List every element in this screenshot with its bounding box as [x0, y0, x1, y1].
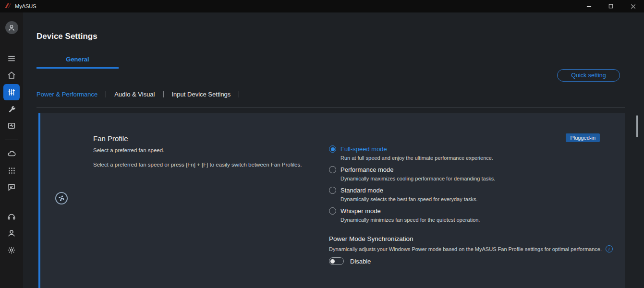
page-title: Device Settings [36, 32, 97, 41]
subtab-separator [239, 91, 239, 97]
support-headset-icon[interactable] [3, 208, 20, 225]
plugged-in-status-badge: Plugged-in [566, 133, 600, 142]
messages-icon[interactable] [3, 179, 20, 195]
fan-profile-hint: Select a preferred fan speed or press [F… [93, 162, 355, 168]
app-title: MyASUS [15, 3, 36, 9]
radio-full-speed[interactable] [329, 145, 336, 153]
user-avatar[interactable] [5, 21, 18, 34]
sidebar-item-device-settings[interactable] [3, 84, 20, 100]
subtabs: Power & Performance Audio & Visual Input… [36, 91, 247, 98]
minimize-icon[interactable] [578, 0, 600, 12]
radio-performance[interactable] [329, 166, 336, 173]
vertical-scrollbar-thumb[interactable] [636, 115, 638, 137]
toggle-knob [330, 259, 335, 264]
subtab-power-performance[interactable]: Power & Performance [36, 91, 97, 98]
tools-wrench-icon[interactable] [3, 101, 20, 117]
quick-setting-button[interactable]: Quick setting [557, 69, 620, 82]
power-mode-sync-toggle[interactable] [329, 257, 344, 265]
power-mode-synchronization-section: Power Mode Synchronization Dynamically a… [329, 235, 613, 265]
power-mode-sync-description: Dynamically adjusts your Windows Power m… [329, 246, 602, 252]
fan-mode-whisper[interactable]: Whisper mode [329, 206, 495, 216]
titlebar: MyASUS [0, 0, 644, 12]
option-label: Performance mode [340, 166, 394, 173]
subtab-input-device-settings[interactable]: Input Device Settings [172, 91, 231, 98]
radio-whisper[interactable] [329, 207, 336, 215]
option-description: Dynamically minimizes fan speed for the … [340, 216, 495, 224]
settings-gear-icon[interactable] [3, 242, 20, 258]
fan-profile-title: Fan Profile [93, 134, 128, 143]
option-label: Standard mode [340, 187, 383, 194]
section-divider [36, 107, 625, 108]
tab-general[interactable]: General [36, 56, 119, 69]
main-content: Device Settings General Quick setting Po… [23, 12, 644, 288]
subtab-separator [106, 91, 106, 97]
option-description: Dynamically maximizes cooling performanc… [340, 175, 495, 183]
toggle-state-label: Disable [350, 258, 371, 265]
fan-mode-options: Full-speed mode Run at full speed and en… [329, 144, 495, 227]
close-icon[interactable] [622, 0, 644, 12]
option-label: Full-speed mode [340, 145, 387, 153]
subtab-separator [163, 91, 164, 97]
fan-mode-option: Standard mode Dynamically selects the be… [329, 185, 495, 204]
window-controls [578, 0, 644, 12]
sidebar [0, 12, 23, 288]
cloud-icon[interactable] [3, 145, 20, 162]
hamburger-menu-icon[interactable] [3, 50, 20, 67]
home-icon[interactable] [3, 67, 20, 84]
system-diagnosis-icon[interactable] [3, 118, 20, 134]
fan-mode-option: Performance mode Dynamically maximizes c… [329, 165, 495, 183]
fan-icon [55, 192, 68, 204]
maximize-icon[interactable] [600, 0, 622, 12]
subtab-audio-visual[interactable]: Audio & Visual [114, 91, 155, 98]
fan-mode-performance[interactable]: Performance mode [329, 165, 495, 175]
account-user-icon[interactable] [3, 225, 20, 241]
fan-mode-option: Whisper mode Dynamically minimizes fan s… [329, 206, 495, 224]
sidebar-divider [5, 140, 18, 140]
fan-mode-standard[interactable]: Standard mode [329, 185, 495, 195]
app-identity: MyASUS [0, 2, 36, 11]
myasus-logo-icon [4, 2, 12, 11]
option-description: Run at full speed and enjoy the ultimate… [340, 154, 495, 162]
apps-grid-icon[interactable] [3, 162, 20, 179]
fan-mode-full-speed[interactable]: Full-speed mode [329, 144, 495, 154]
fan-mode-option: Full-speed mode Run at full speed and en… [329, 144, 495, 162]
power-mode-sync-title: Power Mode Synchronization [329, 235, 613, 242]
option-label: Whisper mode [340, 207, 381, 215]
radio-standard[interactable] [329, 187, 336, 194]
power-performance-panel: Plugged-in Fan Profile Select a preferre… [38, 113, 625, 288]
option-description: Dynamically selects the best fan speed f… [340, 195, 495, 204]
fan-profile-subtitle: Select a preferred fan speed. [93, 147, 164, 153]
info-icon[interactable]: i [606, 245, 613, 252]
